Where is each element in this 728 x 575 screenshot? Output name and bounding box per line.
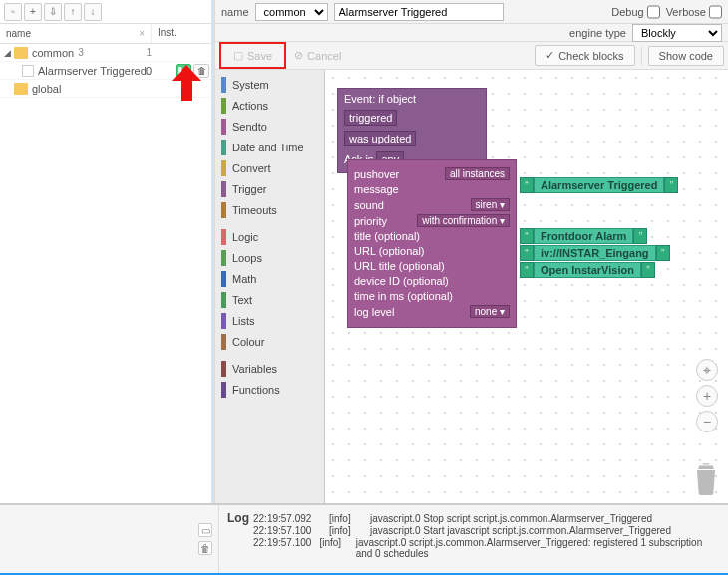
block-row-label: device ID (optional) xyxy=(354,275,449,287)
toolbox-cat-actions[interactable]: Actions xyxy=(215,95,324,116)
category-color-icon xyxy=(221,181,226,197)
category-label: Convert xyxy=(232,162,271,174)
save-icon: ▢ xyxy=(233,49,243,62)
editor-header: name common Debug Verbose xyxy=(215,0,728,24)
toolbox-cat-trigger[interactable]: Trigger xyxy=(215,178,324,199)
script-name-input[interactable] xyxy=(334,3,504,21)
category-label: Math xyxy=(232,273,256,285)
toolbox-cat-functions[interactable]: Functions xyxy=(215,379,324,400)
sidebar-header: name× Inst. xyxy=(0,24,211,44)
category-color-icon xyxy=(221,382,226,398)
log-panel: ▭ 🗑 Log 22:19:57.092[info]javascript.0 S… xyxy=(0,503,728,573)
folder-icon xyxy=(14,83,28,95)
show-code-button[interactable]: Show code xyxy=(648,46,724,66)
category-label: System xyxy=(232,79,269,91)
check-blocks-button[interactable]: ✓Check blocks xyxy=(535,45,634,66)
tree-label: Alarmserver Triggered xyxy=(38,65,147,77)
block-row: log levelnone ▾ xyxy=(354,305,510,318)
block-object[interactable]: triggered xyxy=(344,110,397,126)
category-color-icon xyxy=(221,98,226,114)
center-icon[interactable]: ⌖ xyxy=(696,359,718,381)
debug-checkbox[interactable] xyxy=(647,3,660,21)
block-string-literal[interactable]: “Frontdoor Alarm” xyxy=(520,228,647,244)
category-color-icon xyxy=(221,202,226,218)
category-label: Loops xyxy=(232,252,262,264)
toolbox-cat-math[interactable]: Math xyxy=(215,268,324,289)
log-line: 22:19:57.100[info]javascript.0 script.js… xyxy=(253,537,720,559)
toolbox-cat-timeouts[interactable]: Timeouts xyxy=(215,199,324,220)
editor-actions: ▢Save ⊘Cancel ✓Check blocks Show code xyxy=(215,42,728,70)
engine-label: engine type xyxy=(569,27,626,39)
toolbox-cat-colour[interactable]: Colour xyxy=(215,331,324,352)
block-head: pushover xyxy=(354,168,399,180)
verbose-checkbox[interactable] xyxy=(709,3,722,21)
category-color-icon xyxy=(221,119,226,135)
quote-icon: ” xyxy=(641,262,655,278)
toolbox-cat-system[interactable]: System xyxy=(215,74,324,95)
category-color-icon xyxy=(221,334,226,350)
trash-icon[interactable] xyxy=(692,461,720,495)
sidebar-toolbar: ▫ + ⇩ ↑ ↓ xyxy=(0,0,211,24)
block-string-literal[interactable]: “Alarmserver Triggered” xyxy=(520,177,678,193)
file-icon xyxy=(22,65,34,77)
toolbox-cat-variables[interactable]: Variables xyxy=(215,358,324,379)
plus-icon[interactable]: + xyxy=(24,3,42,21)
blockly-canvas[interactable]: Event: if object triggered was updated A… xyxy=(325,70,728,503)
check-icon: ✓ xyxy=(546,49,554,62)
toolbox-cat-sendto[interactable]: Sendto xyxy=(215,116,324,137)
save-button[interactable]: ▢Save xyxy=(225,46,280,65)
block-pushover[interactable]: pushoverall instances messagesoundsiren … xyxy=(347,159,517,328)
move-down-icon[interactable]: ↓ xyxy=(84,3,102,21)
cancel-button[interactable]: ⊘Cancel xyxy=(286,46,349,65)
toolbox-cat-convert[interactable]: Convert xyxy=(215,157,324,178)
block-row-label: sound xyxy=(354,199,384,211)
category-label: Trigger xyxy=(232,183,266,195)
block-string-literal[interactable]: “iv://INSTAR_Eingang” xyxy=(520,245,670,261)
quote-icon: “ xyxy=(520,262,534,278)
quote-icon: ” xyxy=(656,245,670,261)
category-label: Text xyxy=(232,294,252,306)
block-head-val[interactable]: all instances xyxy=(445,167,510,180)
category-color-icon xyxy=(221,140,226,155)
quote-icon: “ xyxy=(520,245,534,261)
category-label: Variables xyxy=(232,363,277,375)
quote-icon: “ xyxy=(520,228,534,244)
zoom-out-icon[interactable]: − xyxy=(696,411,718,432)
verbose-label: Verbose xyxy=(666,6,706,18)
block-row-value[interactable]: with confirmation ▾ xyxy=(417,214,510,227)
log-copy-icon[interactable]: ▭ xyxy=(198,523,212,537)
category-color-icon xyxy=(221,313,226,329)
script-tree: ◢ common 3 1 Alarmserver Triggered 0 ❚❚ … xyxy=(0,44,211,503)
block-cond[interactable]: was updated xyxy=(344,131,416,146)
toolbox-cat-loops[interactable]: Loops xyxy=(215,247,324,268)
new-file-icon[interactable]: ▫ xyxy=(4,3,22,21)
category-color-icon xyxy=(221,229,226,245)
import-icon[interactable]: ⇩ xyxy=(44,3,62,21)
folder-select[interactable]: common xyxy=(255,3,328,21)
block-row-value[interactable]: none ▾ xyxy=(470,305,510,318)
category-label: Sendto xyxy=(232,121,267,133)
move-up-icon[interactable]: ↑ xyxy=(64,3,82,21)
block-string-literal[interactable]: “Open InstarVision” xyxy=(520,262,655,278)
category-label: Colour xyxy=(232,336,264,348)
workspace: SystemActionsSendtoDate and TimeConvertT… xyxy=(215,70,728,503)
toolbox-cat-date-and-time[interactable]: Date and Time xyxy=(215,137,324,157)
quote-icon: ” xyxy=(664,177,678,193)
tree-label: common xyxy=(32,47,74,59)
block-row: URL (optional) xyxy=(354,245,510,257)
engine-select[interactable]: Blockly xyxy=(632,24,722,42)
block-row-label: time in ms (optional) xyxy=(354,290,453,302)
block-row-value[interactable]: siren ▾ xyxy=(471,198,510,211)
tree-folder-common[interactable]: ◢ common 3 1 xyxy=(0,44,211,62)
toolbox-cat-logic[interactable]: Logic xyxy=(215,226,324,247)
annotation-arrow xyxy=(172,65,201,101)
block-row: soundsiren ▾ xyxy=(354,198,510,211)
log-line: 22:19:57.100[info]javascript.0 Start jav… xyxy=(253,525,720,536)
zoom-in-icon[interactable]: + xyxy=(696,385,718,407)
toolbox-cat-text[interactable]: Text xyxy=(215,289,324,310)
toolbox-cat-lists[interactable]: Lists xyxy=(215,310,324,331)
log-clear-icon[interactable]: 🗑 xyxy=(198,541,212,555)
category-label: Actions xyxy=(232,100,268,112)
log-header: Log xyxy=(227,511,249,525)
tree-badge: 3 xyxy=(78,47,84,58)
